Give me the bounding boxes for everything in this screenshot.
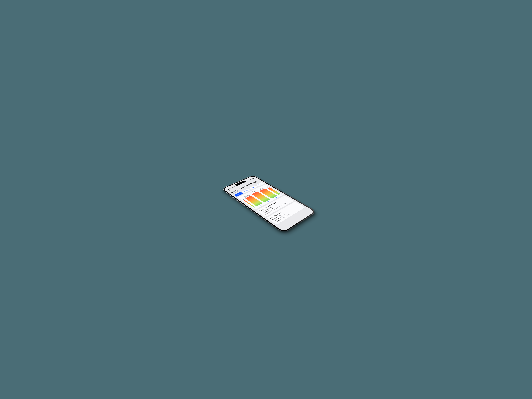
security-title: Security Board <box>269 203 297 219</box>
summary-line-increase: An increase of 14.2% usage from Oct 2022 <box>264 200 291 215</box>
chart-x-label: Wed <box>274 197 277 199</box>
more-icon[interactable]: ··· <box>293 203 296 204</box>
summary-line-spent: You Spent $254 USD <box>261 198 288 213</box>
chart-bar-partial-left: h) <box>242 199 257 209</box>
security-card: ··· Security Board 4 Cameras Registered … <box>266 202 305 225</box>
back-button[interactable] <box>228 190 231 191</box>
phone-frame: Rogers 100% <box>221 175 317 234</box>
summary-line-using: Using 145,078 kwh <box>262 199 290 214</box>
chart-x-label: Tue <box>267 201 270 202</box>
location-icon <box>246 181 248 182</box>
security-line-cameras: 4 Cameras Registered <box>272 204 299 221</box>
chart-x-label: Mon <box>259 205 262 206</box>
energy-bar-chart: h) 9,875 kwh ($5.86 USD) Mon <box>239 185 282 209</box>
phone-screen: Rogers 100% <box>223 176 315 232</box>
bluetooth-icon <box>247 180 249 181</box>
chart-x-label: Thu <box>281 193 282 195</box>
security-line-outages: 3 outages in November 2022 <box>275 206 303 223</box>
security-line-hours: 2,489 hours recorded <box>273 205 301 222</box>
